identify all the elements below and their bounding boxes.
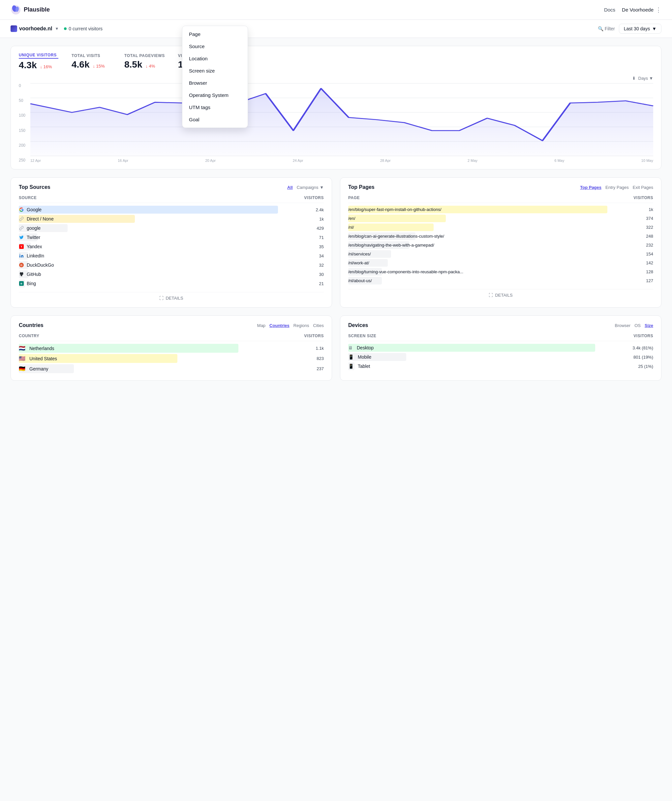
- pages-row-8[interactable]: /nl/about-us/ 127: [348, 276, 653, 285]
- devices-tab-size[interactable]: Size: [645, 323, 653, 328]
- source-icon-link: [19, 216, 24, 222]
- pages-row-2[interactable]: /nl/ 322: [348, 223, 653, 232]
- page-name: /nl/about-us/: [348, 278, 372, 283]
- device-row-0[interactable]: 🖥 Desktop 3.4k (81%): [348, 343, 653, 352]
- site-info: voorhoede.nl ▼ 0 current visitors: [11, 26, 103, 32]
- country-visitors: 823: [317, 356, 324, 361]
- filter-option-screen-size[interactable]: Screen size: [182, 64, 248, 77]
- pages-tab-top[interactable]: Top Pages: [580, 185, 601, 190]
- countries-tab-map[interactable]: Map: [257, 323, 266, 328]
- pages-row-5[interactable]: /nl/services/ 154: [348, 249, 653, 259]
- pages-tab-exit[interactable]: Exit Pages: [633, 185, 653, 190]
- devices-table-body: 🖥 Desktop 3.4k (81%) 📱 Mobile 801 (19%) …: [348, 343, 653, 371]
- row-content: 🇺🇸 United States: [19, 355, 317, 362]
- countries-col-visitors: Visitors: [304, 334, 324, 338]
- row-content: GitHub: [19, 272, 319, 277]
- pages-tab-entry[interactable]: Entry Pages: [605, 185, 629, 190]
- row-content: Direct / None: [19, 216, 319, 222]
- countries-header: Countries Map Countries Regions Cities: [19, 322, 324, 328]
- user-menu[interactable]: De Voorhoede ⋮: [622, 6, 661, 13]
- countries-tab-cities[interactable]: Cities: [313, 323, 324, 328]
- sources-row-5[interactable]: LinkedIn 34: [19, 251, 324, 261]
- filter-option-utm[interactable]: UTM tags: [182, 101, 248, 113]
- filter-option-page[interactable]: Page: [182, 28, 248, 40]
- unique-visitors-change: ↓ 16%: [40, 64, 52, 69]
- countries-tab-countries[interactable]: Countries: [269, 323, 290, 328]
- sources-row-3[interactable]: Twitter 71: [19, 233, 324, 242]
- source-icon-google: [19, 207, 24, 212]
- unique-visitors-label: UNIQUE VISITORS: [19, 53, 58, 59]
- device-row-1[interactable]: 📱 Mobile 801 (19%): [348, 352, 653, 362]
- page-name: /en/blog/turning-vue-components-into-reu…: [348, 269, 463, 274]
- download-icon[interactable]: ⬇: [632, 76, 636, 81]
- top-pages-panel: Top Pages Top Pages Entry Pages Exit Pag…: [340, 177, 661, 307]
- filter-option-os[interactable]: Operating System: [182, 89, 248, 101]
- country-row-2[interactable]: 🇩🇪 Germany 237: [19, 364, 324, 374]
- device-name: Mobile: [358, 354, 371, 360]
- logo[interactable]: Plausible: [11, 5, 50, 15]
- page-visitors: 142: [646, 261, 653, 265]
- sources-row-4[interactable]: Y Yandex 35: [19, 242, 324, 251]
- date-range-selector[interactable]: Last 30 days ▼: [619, 24, 661, 34]
- total-visits-label: TOTAL VISITS: [72, 53, 111, 58]
- total-pageviews-stat[interactable]: TOTAL PAGEVIEWS 8.5k ↓ 4%: [124, 53, 165, 70]
- country-row-1[interactable]: 🇺🇸 United States 823: [19, 353, 324, 364]
- countries-tab-regions[interactable]: Regions: [293, 323, 309, 328]
- sources-row-7[interactable]: GitHub 30: [19, 270, 324, 279]
- pages-details-button[interactable]: ⛶ DETAILS: [348, 289, 653, 298]
- sources-row-8[interactable]: B Bing 21: [19, 279, 324, 288]
- top-pages-title: Top Pages: [348, 184, 375, 190]
- pages-row-0[interactable]: /en/blog/super-fast-npm-install-on-githu…: [348, 205, 653, 214]
- country-name: United States: [29, 356, 57, 361]
- site-name-section[interactable]: voorhoede.nl ▼: [11, 26, 59, 32]
- user-menu-dots[interactable]: ⋮: [656, 6, 661, 13]
- sources-row-0[interactable]: Google 2.4k: [19, 205, 324, 214]
- pages-row-3[interactable]: /en/blog/can-ai-generate-illustrations-c…: [348, 232, 653, 241]
- filter-option-source[interactable]: Source: [182, 40, 248, 52]
- country-row-0[interactable]: 🇳🇱 Netherlands 1.1k: [19, 343, 324, 353]
- stats-panel: UNIQUE VISITORS 4.3k ↓ 16% TOTAL VISITS …: [11, 46, 661, 169]
- pages-table-body: /en/blog/super-fast-npm-install-on-githu…: [348, 205, 653, 285]
- days-selector[interactable]: Days ▼: [638, 76, 654, 81]
- row-content: /en/blog/super-fast-npm-install-on-githu…: [348, 207, 649, 212]
- device-row-2[interactable]: 📱 Tablet 25 (1%): [348, 362, 653, 371]
- pages-row-7[interactable]: /en/blog/turning-vue-components-into-reu…: [348, 267, 653, 276]
- docs-link[interactable]: Docs: [604, 7, 615, 13]
- country-name: Netherlands: [29, 346, 55, 351]
- sources-row-6[interactable]: D DuckDuckGo 32: [19, 261, 324, 270]
- sources-tab-campaigns[interactable]: Campaigns ▼: [297, 185, 324, 190]
- row-content: Google: [19, 207, 316, 212]
- page-visitors: 322: [646, 225, 653, 230]
- filter-option-location[interactable]: Location: [182, 52, 248, 64]
- filter-option-browser[interactable]: Browser: [182, 77, 248, 89]
- page-name: /en/blog/super-fast-npm-install-on-githu…: [348, 207, 442, 212]
- country-flag-icon: 🇩🇪: [19, 365, 26, 372]
- chart-area: 250 200 150 100 50 0: [19, 84, 653, 162]
- devices-col-screen: Screen size: [348, 334, 376, 338]
- source-icon-linkedin: [19, 253, 24, 259]
- source-name: Google: [27, 207, 42, 212]
- total-visits-stat[interactable]: TOTAL VISITS 4.6k ↓ 15%: [72, 53, 111, 70]
- sources-row-1[interactable]: Direct / None 1k: [19, 214, 324, 224]
- devices-tab-os[interactable]: OS: [634, 323, 641, 328]
- pages-row-1[interactable]: /en/ 374: [348, 214, 653, 223]
- unique-visitors-stat[interactable]: UNIQUE VISITORS 4.3k ↓ 16%: [19, 53, 58, 71]
- page-visitors: 1k: [649, 207, 653, 212]
- sources-tab-all[interactable]: All: [287, 185, 293, 190]
- pages-row-6[interactable]: /nl/work-at/ 142: [348, 259, 653, 267]
- sources-details-button[interactable]: ⛶ DETAILS: [19, 292, 324, 301]
- sources-table-body: Google 2.4k Direct / None 1k google 429 …: [19, 205, 324, 288]
- countries-table-body: 🇳🇱 Netherlands 1.1k 🇺🇸 United States 823…: [19, 343, 324, 374]
- sources-col-source: Source: [19, 195, 37, 200]
- site-bar: voorhoede.nl ▼ 0 current visitors 🔍 Filt…: [0, 20, 672, 38]
- visitors-dot-icon: [64, 27, 67, 30]
- source-name: google: [27, 225, 40, 231]
- sources-row-2[interactable]: google 429: [19, 224, 324, 233]
- filter-button[interactable]: 🔍 Filter: [598, 26, 615, 31]
- two-col-bottom: Countries Map Countries Regions Cities C…: [11, 315, 661, 381]
- devices-tab-browser[interactable]: Browser: [615, 323, 631, 328]
- filter-option-goal[interactable]: Goal: [182, 113, 248, 125]
- country-flag-icon: 🇳🇱: [19, 345, 26, 351]
- pages-row-4[interactable]: /en/blog/navigating-the-web-with-a-gamep…: [348, 241, 653, 249]
- countries-col-country: Country: [19, 334, 39, 338]
